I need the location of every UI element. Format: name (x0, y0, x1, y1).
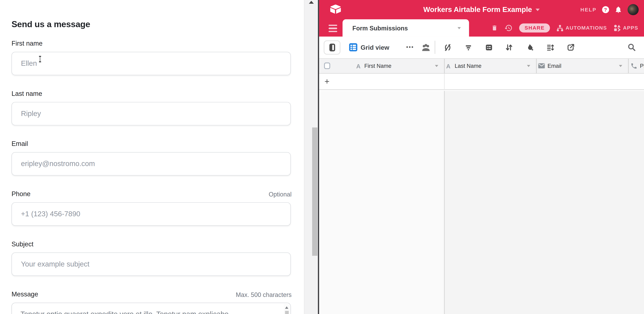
page-scrollbar[interactable] (304, 0, 318, 314)
select-all-checkbox[interactable] (324, 62, 330, 69)
avatar[interactable] (628, 4, 639, 15)
bell-icon[interactable] (614, 6, 622, 14)
table-tab-label: Form Submissions (352, 19, 408, 37)
phone-field-box (12, 202, 291, 226)
message-scrollbar[interactable] (284, 304, 290, 314)
column-header-email[interactable]: Email (548, 59, 561, 73)
sort-icon[interactable] (505, 43, 514, 52)
automations-icon (556, 25, 564, 32)
first-name-input[interactable] (12, 52, 290, 75)
table-tab-form-submissions[interactable]: Form Submissions (342, 19, 469, 37)
column-divider[interactable] (536, 59, 537, 73)
email-label: Email (12, 140, 292, 148)
scroll-up-arrow-icon[interactable] (309, 1, 314, 4)
chevron-down-icon[interactable] (458, 27, 461, 29)
column-divider[interactable] (444, 59, 445, 73)
message-label: Message Max. 500 characters (12, 291, 292, 298)
view-more-button[interactable]: ••• (406, 37, 414, 58)
grid-body-right (444, 91, 644, 314)
text-field-icon: A (446, 59, 451, 73)
form-title: Send us a message (12, 19, 90, 29)
airtable-pane: Workers Airtable Form Example HELP ? (318, 0, 644, 314)
column-divider[interactable] (628, 59, 629, 73)
tab-row-right-cluster: SHARE AUTOMATIONS (491, 19, 638, 37)
filter-icon[interactable] (464, 43, 473, 52)
phone-input[interactable] (12, 203, 290, 225)
last-name-field-box (12, 102, 291, 125)
first-name-label: First name (12, 40, 292, 47)
chevron-down-icon[interactable] (527, 65, 530, 67)
subject-input[interactable] (12, 253, 290, 275)
message-placeholder: Tenetur optio quaerat expedite vero et i… (20, 310, 271, 314)
group-icon[interactable] (484, 43, 493, 52)
message-textarea[interactable]: Tenetur optio quaerat expedite vero et i… (12, 302, 291, 314)
grid-body (319, 91, 644, 314)
phone-optional-note: Optional (268, 191, 292, 198)
phone-label: Phone Optional (12, 190, 292, 198)
phone-field-icon (630, 63, 638, 70)
base-title[interactable]: Workers Airtable Form Example (423, 5, 532, 14)
sidebar-toggle-icon (329, 44, 335, 52)
search-icon[interactable] (627, 43, 636, 52)
chevron-down-icon[interactable] (536, 8, 540, 11)
row-height-icon[interactable] (546, 43, 554, 52)
column-header-first-name[interactable]: First Name (364, 59, 392, 73)
last-name-label: Last name (12, 90, 292, 97)
chevron-down-icon[interactable] (619, 65, 622, 67)
grid-body-left (319, 91, 444, 314)
trash-icon[interactable] (491, 24, 498, 32)
text-field-icon: A (356, 59, 361, 73)
message-scrollbar-thumb[interactable] (285, 311, 288, 314)
screenshot-root: Send us a message First name Last name E… (0, 0, 644, 314)
view-toolbar: Grid view ••• (319, 37, 644, 59)
column-divider (444, 74, 445, 89)
view-sidebar-toggle-button[interactable] (324, 40, 340, 55)
last-name-input[interactable] (12, 102, 290, 125)
subject-field-box (12, 252, 291, 276)
first-name-field-box (12, 52, 291, 75)
airtable-header: Workers Airtable Form Example HELP ? (319, 0, 644, 37)
view-name[interactable]: Grid view (360, 37, 389, 59)
add-record-row[interactable]: + (319, 74, 644, 90)
scroll-up-arrow-icon[interactable] (285, 306, 288, 309)
apps-icon (614, 24, 621, 32)
contact-form-pane: Send us a message First name Last name E… (0, 0, 304, 314)
text-cursor-icon (38, 56, 42, 62)
email-field-icon (538, 63, 545, 69)
airtable-tab-row: Form Submissions SHARE (319, 19, 644, 37)
subject-label: Subject (12, 240, 292, 248)
help-circle-icon[interactable]: ? (602, 6, 609, 13)
hide-fields-icon[interactable] (443, 43, 452, 52)
collaborators-icon[interactable] (421, 43, 430, 52)
email-field-box (12, 152, 291, 176)
share-button[interactable]: SHARE (519, 24, 550, 33)
apps-button[interactable]: APPS (614, 24, 638, 32)
airtable-title-row: Workers Airtable Form Example HELP ? (319, 0, 644, 19)
header-right-cluster: HELP ? (580, 0, 638, 19)
hamburger-menu-icon[interactable] (329, 25, 337, 34)
automations-button[interactable]: AUTOMATIONS (556, 25, 607, 32)
column-header-row: A First Name A Last Name Email Phone (319, 59, 644, 74)
chevron-down-icon[interactable] (435, 65, 438, 67)
help-button[interactable]: HELP (580, 7, 596, 13)
share-view-icon[interactable] (566, 43, 575, 52)
page-scrollbar-thumb[interactable] (312, 127, 317, 256)
column-header-phone[interactable]: Phone (640, 59, 644, 73)
message-max-chars-note: Max. 500 characters (236, 291, 292, 298)
add-record-plus[interactable]: + (324, 74, 330, 89)
history-icon[interactable] (504, 24, 512, 32)
toolbar-divider (434, 41, 435, 54)
grid-view-icon[interactable] (349, 43, 357, 52)
color-icon[interactable] (525, 43, 534, 52)
column-header-last-name[interactable]: Last Name (454, 59, 482, 73)
email-input[interactable] (12, 153, 290, 175)
